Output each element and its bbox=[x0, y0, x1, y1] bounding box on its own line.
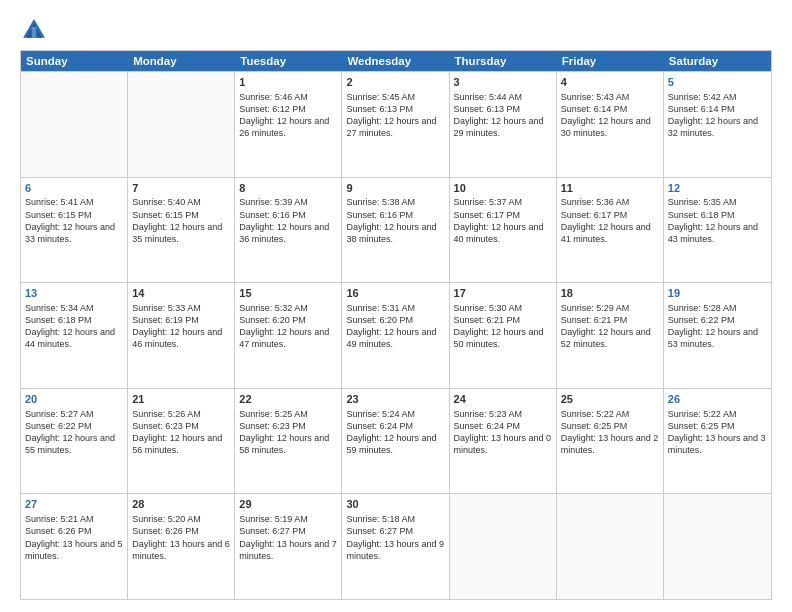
day-info: Daylight: 12 hours and 55 minutes. bbox=[25, 432, 123, 456]
day-info: Daylight: 12 hours and 38 minutes. bbox=[346, 221, 444, 245]
day-info: Daylight: 12 hours and 26 minutes. bbox=[239, 115, 337, 139]
day-info: Sunrise: 5:22 AM bbox=[561, 408, 659, 420]
cal-cell: 1Sunrise: 5:46 AMSunset: 6:12 PMDaylight… bbox=[235, 72, 342, 177]
day-info: Sunrise: 5:43 AM bbox=[561, 91, 659, 103]
cal-cell: 20Sunrise: 5:27 AMSunset: 6:22 PMDayligh… bbox=[21, 389, 128, 494]
day-info: Sunset: 6:25 PM bbox=[668, 420, 767, 432]
header-day-saturday: Saturday bbox=[664, 51, 771, 71]
cal-cell bbox=[21, 72, 128, 177]
day-info: Sunrise: 5:37 AM bbox=[454, 196, 552, 208]
header-day-friday: Friday bbox=[557, 51, 664, 71]
cal-cell: 30Sunrise: 5:18 AMSunset: 6:27 PMDayligh… bbox=[342, 494, 449, 599]
day-number: 30 bbox=[346, 497, 444, 512]
day-number: 5 bbox=[668, 75, 767, 90]
day-info: Sunset: 6:26 PM bbox=[25, 525, 123, 537]
logo bbox=[20, 16, 52, 44]
day-number: 8 bbox=[239, 181, 337, 196]
day-info: Sunset: 6:21 PM bbox=[561, 314, 659, 326]
day-info: Daylight: 13 hours and 3 minutes. bbox=[668, 432, 767, 456]
day-info: Sunrise: 5:41 AM bbox=[25, 196, 123, 208]
day-info: Daylight: 12 hours and 36 minutes. bbox=[239, 221, 337, 245]
week-row-3: 13Sunrise: 5:34 AMSunset: 6:18 PMDayligh… bbox=[21, 282, 771, 388]
day-info: Daylight: 12 hours and 27 minutes. bbox=[346, 115, 444, 139]
cal-cell: 25Sunrise: 5:22 AMSunset: 6:25 PMDayligh… bbox=[557, 389, 664, 494]
cal-cell bbox=[664, 494, 771, 599]
day-info: Sunrise: 5:24 AM bbox=[346, 408, 444, 420]
day-info: Sunset: 6:16 PM bbox=[239, 209, 337, 221]
day-info: Sunrise: 5:46 AM bbox=[239, 91, 337, 103]
day-info: Sunset: 6:27 PM bbox=[239, 525, 337, 537]
day-info: Sunset: 6:13 PM bbox=[454, 103, 552, 115]
day-info: Sunset: 6:13 PM bbox=[346, 103, 444, 115]
day-info: Sunrise: 5:42 AM bbox=[668, 91, 767, 103]
day-info: Sunrise: 5:38 AM bbox=[346, 196, 444, 208]
cal-cell: 11Sunrise: 5:36 AMSunset: 6:17 PMDayligh… bbox=[557, 178, 664, 283]
day-info: Sunset: 6:22 PM bbox=[25, 420, 123, 432]
day-info: Sunset: 6:18 PM bbox=[25, 314, 123, 326]
header-day-tuesday: Tuesday bbox=[235, 51, 342, 71]
day-info: Sunrise: 5:45 AM bbox=[346, 91, 444, 103]
cal-cell: 6Sunrise: 5:41 AMSunset: 6:15 PMDaylight… bbox=[21, 178, 128, 283]
day-info: Sunset: 6:14 PM bbox=[668, 103, 767, 115]
day-number: 13 bbox=[25, 286, 123, 301]
day-info: Daylight: 12 hours and 44 minutes. bbox=[25, 326, 123, 350]
day-info: Sunrise: 5:28 AM bbox=[668, 302, 767, 314]
day-info: Daylight: 12 hours and 53 minutes. bbox=[668, 326, 767, 350]
day-info: Sunrise: 5:35 AM bbox=[668, 196, 767, 208]
day-number: 10 bbox=[454, 181, 552, 196]
day-info: Sunset: 6:17 PM bbox=[454, 209, 552, 221]
day-info: Sunrise: 5:44 AM bbox=[454, 91, 552, 103]
day-info: Sunrise: 5:40 AM bbox=[132, 196, 230, 208]
day-info: Sunset: 6:16 PM bbox=[346, 209, 444, 221]
day-number: 23 bbox=[346, 392, 444, 407]
day-info: Daylight: 12 hours and 49 minutes. bbox=[346, 326, 444, 350]
cal-cell: 27Sunrise: 5:21 AMSunset: 6:26 PMDayligh… bbox=[21, 494, 128, 599]
day-info: Daylight: 12 hours and 47 minutes. bbox=[239, 326, 337, 350]
cal-cell: 19Sunrise: 5:28 AMSunset: 6:22 PMDayligh… bbox=[664, 283, 771, 388]
day-info: Daylight: 12 hours and 40 minutes. bbox=[454, 221, 552, 245]
day-info: Sunset: 6:24 PM bbox=[346, 420, 444, 432]
day-info: Sunset: 6:22 PM bbox=[668, 314, 767, 326]
day-info: Daylight: 12 hours and 32 minutes. bbox=[668, 115, 767, 139]
cal-cell: 12Sunrise: 5:35 AMSunset: 6:18 PMDayligh… bbox=[664, 178, 771, 283]
cal-cell: 5Sunrise: 5:42 AMSunset: 6:14 PMDaylight… bbox=[664, 72, 771, 177]
week-row-1: 1Sunrise: 5:46 AMSunset: 6:12 PMDaylight… bbox=[21, 71, 771, 177]
day-info: Daylight: 12 hours and 50 minutes. bbox=[454, 326, 552, 350]
day-info: Daylight: 13 hours and 5 minutes. bbox=[25, 538, 123, 562]
cal-cell: 13Sunrise: 5:34 AMSunset: 6:18 PMDayligh… bbox=[21, 283, 128, 388]
cal-cell: 2Sunrise: 5:45 AMSunset: 6:13 PMDaylight… bbox=[342, 72, 449, 177]
day-info: Daylight: 12 hours and 59 minutes. bbox=[346, 432, 444, 456]
day-number: 17 bbox=[454, 286, 552, 301]
day-info: Sunset: 6:12 PM bbox=[239, 103, 337, 115]
week-row-5: 27Sunrise: 5:21 AMSunset: 6:26 PMDayligh… bbox=[21, 493, 771, 599]
cal-cell: 22Sunrise: 5:25 AMSunset: 6:23 PMDayligh… bbox=[235, 389, 342, 494]
day-number: 14 bbox=[132, 286, 230, 301]
cal-cell: 8Sunrise: 5:39 AMSunset: 6:16 PMDaylight… bbox=[235, 178, 342, 283]
cal-cell: 16Sunrise: 5:31 AMSunset: 6:20 PMDayligh… bbox=[342, 283, 449, 388]
calendar: SundayMondayTuesdayWednesdayThursdayFrid… bbox=[20, 50, 772, 600]
day-info: Sunrise: 5:36 AM bbox=[561, 196, 659, 208]
cal-cell: 10Sunrise: 5:37 AMSunset: 6:17 PMDayligh… bbox=[450, 178, 557, 283]
day-info: Daylight: 12 hours and 30 minutes. bbox=[561, 115, 659, 139]
cal-cell: 7Sunrise: 5:40 AMSunset: 6:15 PMDaylight… bbox=[128, 178, 235, 283]
day-info: Sunrise: 5:26 AM bbox=[132, 408, 230, 420]
day-info: Sunrise: 5:31 AM bbox=[346, 302, 444, 314]
day-info: Sunrise: 5:34 AM bbox=[25, 302, 123, 314]
week-row-4: 20Sunrise: 5:27 AMSunset: 6:22 PMDayligh… bbox=[21, 388, 771, 494]
cal-cell: 17Sunrise: 5:30 AMSunset: 6:21 PMDayligh… bbox=[450, 283, 557, 388]
day-number: 15 bbox=[239, 286, 337, 301]
day-number: 18 bbox=[561, 286, 659, 301]
cal-cell: 9Sunrise: 5:38 AMSunset: 6:16 PMDaylight… bbox=[342, 178, 449, 283]
cal-cell: 24Sunrise: 5:23 AMSunset: 6:24 PMDayligh… bbox=[450, 389, 557, 494]
header-day-sunday: Sunday bbox=[21, 51, 128, 71]
day-info: Sunrise: 5:29 AM bbox=[561, 302, 659, 314]
cal-cell bbox=[128, 72, 235, 177]
day-info: Daylight: 13 hours and 0 minutes. bbox=[454, 432, 552, 456]
day-number: 28 bbox=[132, 497, 230, 512]
day-number: 6 bbox=[25, 181, 123, 196]
cal-cell: 21Sunrise: 5:26 AMSunset: 6:23 PMDayligh… bbox=[128, 389, 235, 494]
day-info: Sunset: 6:14 PM bbox=[561, 103, 659, 115]
day-number: 27 bbox=[25, 497, 123, 512]
week-row-2: 6Sunrise: 5:41 AMSunset: 6:15 PMDaylight… bbox=[21, 177, 771, 283]
cal-cell: 26Sunrise: 5:22 AMSunset: 6:25 PMDayligh… bbox=[664, 389, 771, 494]
